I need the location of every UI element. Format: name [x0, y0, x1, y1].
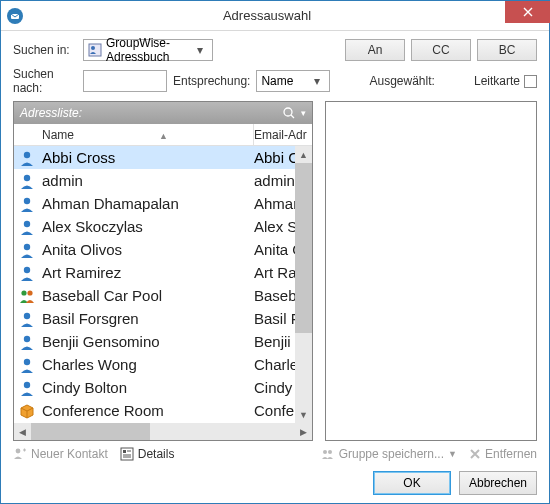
- cancel-button[interactable]: Abbrechen: [459, 471, 537, 495]
- list-item-name: Alex Skoczylas: [40, 218, 254, 235]
- an-button[interactable]: An: [345, 39, 405, 61]
- match-value: Name: [261, 74, 309, 88]
- svg-point-19: [323, 450, 327, 454]
- scroll-up-icon[interactable]: ▲: [295, 146, 312, 163]
- cc-button[interactable]: CC: [411, 39, 471, 61]
- list-item-name: Anita Olivos: [40, 241, 254, 258]
- addressbook-name: GroupWise-Adressbuch: [106, 36, 192, 64]
- addressbook-combo[interactable]: GroupWise-Adressbuch ▾: [83, 39, 213, 61]
- list-item-name: Charles Wong: [40, 356, 254, 373]
- sort-asc-icon: ▲: [159, 131, 168, 141]
- search-input[interactable]: [83, 70, 167, 92]
- close-button[interactable]: [505, 1, 550, 23]
- list-item-name: Basil Forsgren: [40, 310, 254, 327]
- row-search-for: Suchen nach: Entsprechung: Name ▾ Ausgew…: [13, 67, 537, 95]
- person-icon: [14, 356, 40, 374]
- leitkarte-toggle[interactable]: Leitkarte: [474, 74, 537, 88]
- window-title: Adressauswahl: [29, 8, 505, 23]
- scroll-thumb[interactable]: [295, 163, 312, 333]
- list-item[interactable]: Conference RoomConfer: [14, 399, 312, 422]
- bottom-toolbar: Neuer Kontakt Details Gruppe speichern..…: [13, 441, 537, 467]
- label-selected: Ausgewählt:: [370, 74, 435, 88]
- svg-point-5: [24, 174, 30, 180]
- list-item-name: Benjii Gensomino: [40, 333, 254, 350]
- row-search-in: Suchen in: GroupWise-Adressbuch ▾ An CC …: [13, 39, 537, 61]
- person-icon: [14, 172, 40, 190]
- resource-icon: [14, 402, 40, 420]
- person-plus-icon: [13, 447, 27, 461]
- svg-point-10: [21, 290, 26, 295]
- svg-point-8: [24, 243, 30, 249]
- list-item[interactable]: Cindy BoltonCindy B: [14, 376, 312, 399]
- list-item-name: Abbi Cross: [40, 149, 254, 166]
- bc-button[interactable]: BC: [477, 39, 537, 61]
- chevron-down-icon: ▾: [301, 108, 306, 118]
- scroll-left-icon[interactable]: ◀: [14, 423, 31, 440]
- person-icon: [14, 195, 40, 213]
- svg-point-12: [24, 312, 30, 318]
- list-item[interactable]: Ahman DhamapalanAhman: [14, 192, 312, 215]
- list-item[interactable]: Art RamirezArt Ram: [14, 261, 312, 284]
- person-icon: [14, 241, 40, 259]
- chevron-down-icon: ▼: [448, 449, 457, 459]
- address-list-label: Adressliste:: [20, 106, 279, 120]
- address-list-pane: Adressliste: ▾ Name▲ Email-Adr Abbi Cros…: [13, 101, 313, 441]
- person-icon: [14, 379, 40, 397]
- selected-pane: [325, 101, 537, 441]
- svg-rect-1: [89, 44, 101, 56]
- list-item-name: admin: [40, 172, 254, 189]
- svg-point-15: [24, 381, 30, 387]
- column-name[interactable]: Name▲: [40, 128, 253, 142]
- list-item[interactable]: Alex SkoczylasAlex Sk: [14, 215, 312, 238]
- details-button[interactable]: Details: [120, 447, 175, 461]
- list-item[interactable]: Anita OlivosAnita O: [14, 238, 312, 261]
- horizontal-scrollbar[interactable]: ◀ ▶: [14, 423, 312, 440]
- footer: OK Abbrechen: [13, 467, 537, 495]
- list-item[interactable]: adminadmin@: [14, 169, 312, 192]
- group-icon: [14, 287, 40, 305]
- search-icon[interactable]: [279, 106, 299, 120]
- list-item[interactable]: Charles WongCharles: [14, 353, 312, 376]
- vertical-scrollbar[interactable]: ▲ ▼: [295, 146, 312, 423]
- list-item[interactable]: Baseball Car PoolBaseba: [14, 284, 312, 307]
- list-item-name: Conference Room: [40, 402, 254, 419]
- person-icon: [14, 264, 40, 282]
- list-item[interactable]: Benjii GensominoBenjii G: [14, 330, 312, 353]
- svg-rect-17: [121, 448, 133, 460]
- save-group-button[interactable]: Gruppe speichern... ▼: [321, 447, 457, 461]
- book-icon: [88, 43, 102, 57]
- scroll-thumb[interactable]: [31, 423, 150, 440]
- leitkarte-checkbox[interactable]: [524, 75, 537, 88]
- person-icon: [14, 149, 40, 167]
- details-icon: [120, 447, 134, 461]
- scroll-down-icon[interactable]: ▼: [295, 406, 312, 423]
- label-match: Entsprechung:: [173, 74, 250, 88]
- list-item[interactable]: Basil ForsgrenBasil Fo: [14, 307, 312, 330]
- person-icon: [14, 218, 40, 236]
- dialog-window: Adressauswahl Suchen in: GroupWise-Adres…: [0, 0, 550, 504]
- svg-rect-18: [123, 450, 126, 453]
- mid-area: Adressliste: ▾ Name▲ Email-Adr Abbi Cros…: [13, 101, 537, 441]
- new-contact-button[interactable]: Neuer Kontakt: [13, 447, 108, 461]
- svg-point-11: [27, 290, 32, 295]
- chevron-down-icon: ▾: [192, 43, 208, 57]
- list-item-name: Ahman Dhamapalan: [40, 195, 254, 212]
- svg-point-13: [24, 335, 30, 341]
- remove-icon: [469, 448, 481, 460]
- list-item[interactable]: Abbi CrossAbbi Cross: [14, 146, 312, 169]
- svg-point-20: [328, 450, 332, 454]
- address-list-header: Adressliste: ▾: [14, 102, 312, 124]
- remove-button[interactable]: Entfernen: [469, 447, 537, 461]
- column-email[interactable]: Email-Adr: [254, 128, 312, 142]
- svg-point-3: [284, 108, 292, 116]
- scroll-right-icon[interactable]: ▶: [295, 423, 312, 440]
- column-headers: Name▲ Email-Adr: [14, 124, 312, 146]
- selected-list[interactable]: [325, 101, 537, 441]
- label-search-in: Suchen in:: [13, 43, 77, 57]
- label-leitkarte: Leitkarte: [474, 74, 520, 88]
- svg-point-6: [24, 197, 30, 203]
- ok-button[interactable]: OK: [373, 471, 451, 495]
- svg-point-4: [24, 151, 30, 157]
- match-combo[interactable]: Name ▾: [256, 70, 330, 92]
- address-list[interactable]: Abbi CrossAbbi Crossadminadmin@Ahman Dha…: [14, 146, 312, 423]
